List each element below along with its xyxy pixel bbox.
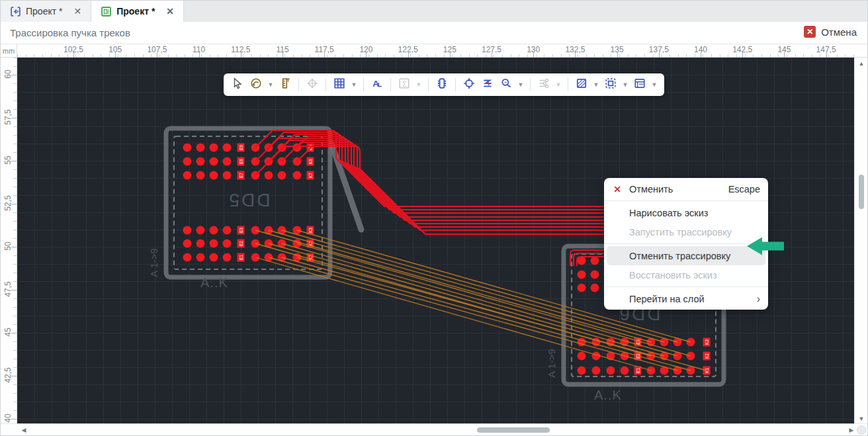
routed-trace[interactable] (269, 140, 605, 224)
pad[interactable] (621, 367, 629, 375)
ic-icon (436, 77, 448, 92)
vertical-scrollbar[interactable]: ▲ ▼ (854, 58, 867, 425)
tab-project-schematic[interactable]: Проект *✕ (1, 1, 91, 22)
pad[interactable] (578, 367, 586, 375)
pad[interactable] (223, 157, 232, 166)
tab-project-pcb[interactable]: Проект *✕ (91, 1, 184, 22)
chevron-down-icon[interactable]: ▼ (650, 76, 659, 93)
grid-settings-button[interactable] (331, 76, 348, 93)
pad[interactable] (210, 253, 218, 262)
horizontal-scrollbar[interactable]: ◀ ▶ (1, 423, 867, 435)
svg-text:E8: E8 (239, 159, 243, 164)
component-designator: DD5 (227, 190, 270, 210)
svg-text:K7: K7 (308, 173, 313, 178)
component-pins-button[interactable] (433, 76, 451, 93)
flip-layer-button[interactable] (479, 76, 496, 93)
menu-item-cancel[interactable]: ✕ОтменитьEscape (604, 179, 768, 198)
pad[interactable] (578, 271, 586, 279)
pad[interactable] (183, 144, 192, 152)
panel-view-button[interactable] (631, 76, 648, 93)
svg-text:+: + (504, 79, 507, 85)
selection-mode-button[interactable] (602, 76, 619, 93)
pad[interactable] (578, 352, 586, 361)
pad[interactable] (210, 144, 218, 152)
select-cursor-button[interactable] (229, 76, 246, 93)
horizontal-scroll-thumb[interactable] (477, 427, 550, 433)
chevron-down-icon[interactable]: ▼ (516, 76, 525, 93)
align-icon (306, 77, 318, 92)
scroll-corner-widget[interactable] (857, 425, 866, 435)
chevron-down-icon[interactable]: ▼ (591, 76, 601, 93)
pad[interactable] (183, 157, 192, 166)
pad[interactable] (210, 157, 218, 166)
chevron-down-icon[interactable]: ▼ (621, 76, 630, 93)
menu-shortcut: Escape (728, 184, 760, 195)
chevron-down-icon[interactable]: ▼ (349, 76, 359, 93)
horizontal-ruler: 102,5105107,5110112,5115117,5120122,5125… (17, 44, 854, 58)
component-dd5[interactable]: DD5A 1->9A..KE9K9E8K8E7K7E3K3E2K2E1K1 (148, 128, 330, 290)
pad[interactable] (591, 284, 599, 292)
pad[interactable] (196, 240, 205, 248)
pad[interactable] (210, 226, 218, 235)
tab-close-icon[interactable]: ✕ (163, 6, 177, 17)
pad[interactable] (223, 240, 232, 248)
menu-item-label: Перейти на слой (629, 294, 705, 304)
row-range-label: A..K (200, 275, 228, 290)
pad[interactable] (183, 240, 192, 248)
route-bundle-button[interactable] (247, 76, 265, 93)
pad[interactable] (210, 240, 218, 248)
menu-item-undo-routing[interactable]: Отменить трассировку (607, 246, 765, 265)
pad[interactable] (196, 171, 205, 180)
pad[interactable] (183, 253, 192, 262)
floating-toolbar: ▼▼AΣ▼+▼▼▼▼▼ (224, 73, 664, 96)
snap-center-button[interactable] (460, 76, 478, 93)
pad[interactable] (196, 144, 205, 152)
pad[interactable] (196, 226, 205, 235)
svg-text:K8: K8 (308, 159, 313, 164)
pin-range-label: A 1->9 (148, 248, 159, 277)
zoom-tool-button[interactable]: + (498, 76, 515, 93)
align-pads-button (304, 76, 321, 93)
pad[interactable] (223, 253, 232, 262)
fill-zones-button[interactable] (573, 76, 590, 93)
chevron-down-icon[interactable]: ▼ (266, 76, 275, 93)
menu-item-go-to-layer[interactable]: Перейти на слой› (604, 289, 768, 308)
menu-item-start-routing: Запустить трассировку (604, 222, 768, 241)
cancel-button[interactable]: ✕ Отмена (804, 26, 857, 38)
pad[interactable] (592, 367, 601, 375)
pad[interactable] (265, 171, 273, 180)
scroll-up-icon[interactable]: ▲ (855, 60, 868, 67)
submenu-chevron-icon: › (757, 293, 760, 305)
menu-item-draw-sketch[interactable]: Нарисовать эскиз (604, 203, 768, 222)
pad[interactable] (223, 144, 232, 152)
pad[interactable] (196, 253, 205, 262)
pad[interactable] (591, 271, 599, 279)
pcb-icon (101, 6, 112, 17)
pad[interactable] (183, 171, 192, 180)
pad[interactable] (578, 284, 586, 292)
pad[interactable] (591, 257, 599, 265)
vruler-label: 57,5 (3, 106, 13, 128)
scroll-left-icon[interactable]: ◀ (17, 427, 30, 433)
pad[interactable] (278, 171, 286, 180)
pad[interactable] (223, 171, 232, 180)
pad[interactable] (223, 226, 232, 235)
svg-text:E3: E3 (239, 228, 243, 233)
measure-icon (279, 77, 291, 92)
pad[interactable] (293, 171, 302, 180)
vruler-label: 42,5 (3, 364, 13, 386)
vertical-scroll-thumb[interactable] (859, 175, 864, 209)
scroll-right-icon[interactable]: ▶ (845, 427, 858, 433)
pad[interactable] (183, 226, 192, 235)
scroll-down-icon[interactable]: ▼ (855, 415, 868, 422)
pad[interactable] (196, 157, 205, 166)
tab-close-icon[interactable]: ✕ (71, 6, 84, 17)
routed-trace[interactable] (570, 250, 604, 266)
menu-item-label: Восстановить эскиз (629, 270, 717, 281)
pad[interactable] (210, 171, 218, 180)
menu-item-label: Запустить трассировку (629, 227, 732, 238)
place-text-button[interactable]: A (369, 76, 386, 93)
measure-tool-button[interactable] (277, 76, 294, 93)
pad[interactable] (607, 367, 615, 375)
zoom-icon: + (500, 77, 512, 92)
